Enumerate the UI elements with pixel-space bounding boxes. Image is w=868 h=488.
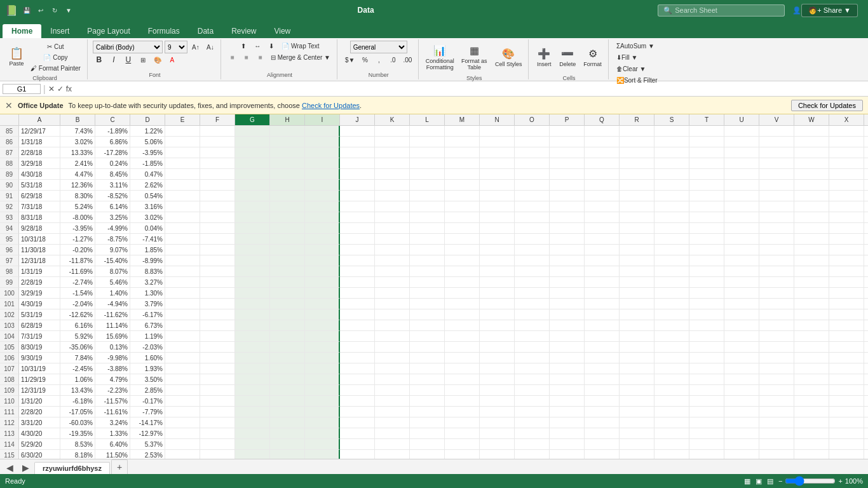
grid-cell[interactable] <box>585 428 620 439</box>
grid-cell[interactable] <box>724 147 759 158</box>
grid-cell[interactable] <box>550 331 585 342</box>
grid-cell[interactable] <box>165 126 200 137</box>
grid-cell[interactable] <box>829 255 864 266</box>
grid-cell[interactable] <box>480 407 515 417</box>
increase-font-button[interactable]: A↑ <box>189 42 202 52</box>
grid-cell[interactable]: 6.73% <box>130 320 165 331</box>
grid-cell[interactable] <box>200 277 235 288</box>
col-header-g[interactable]: G <box>235 114 270 125</box>
grid-cell[interactable] <box>515 180 550 191</box>
grid-cell[interactable]: 6.16% <box>60 320 95 331</box>
grid-cell[interactable] <box>200 223 235 234</box>
grid-cell[interactable] <box>340 428 375 439</box>
grid-cell[interactable] <box>724 223 759 234</box>
grid-cell[interactable] <box>270 245 305 255</box>
grid-cell[interactable] <box>340 277 375 288</box>
grid-cell[interactable] <box>375 396 410 407</box>
grid-cell[interactable] <box>270 417 305 428</box>
grid-cell[interactable] <box>340 191 375 201</box>
grid-cell[interactable]: -11.62% <box>95 309 130 320</box>
grid-cell[interactable] <box>515 309 550 320</box>
grid-cell[interactable] <box>620 353 654 363</box>
grid-cell[interactable]: 3.02% <box>60 137 95 147</box>
grid-cell[interactable] <box>235 331 270 342</box>
grid-cell[interactable] <box>305 417 340 428</box>
grid-cell[interactable] <box>270 191 305 201</box>
grid-cell[interactable] <box>724 363 759 374</box>
grid-cell[interactable] <box>829 331 864 342</box>
grid-cell[interactable] <box>410 439 445 450</box>
grid-cell[interactable] <box>620 277 654 288</box>
grid-cell[interactable] <box>515 363 550 374</box>
grid-cell[interactable] <box>445 180 480 191</box>
grid-cell[interactable]: 6.86% <box>95 137 130 147</box>
col-header-b[interactable]: B <box>60 114 95 125</box>
grid-cell[interactable] <box>305 342 340 353</box>
user-button[interactable]: 👤 <box>792 6 801 15</box>
grid-cell[interactable] <box>550 201 585 212</box>
grid-cell[interactable] <box>515 201 550 212</box>
tab-view[interactable]: View <box>265 24 299 38</box>
grid-cell[interactable] <box>864 396 868 407</box>
cell-reference-input[interactable] <box>3 84 41 94</box>
grid-cell[interactable] <box>200 137 235 147</box>
grid-cell[interactable] <box>794 374 829 385</box>
grid-cell[interactable]: 13.33% <box>60 147 95 158</box>
grid-cell[interactable] <box>620 158 654 169</box>
grid-cell[interactable] <box>724 245 759 255</box>
grid-cell[interactable] <box>410 288 445 299</box>
grid-cell[interactable] <box>200 417 235 428</box>
grid-cell[interactable] <box>759 417 794 428</box>
grid-cell[interactable]: 1.85% <box>130 245 165 255</box>
grid-cell[interactable] <box>829 212 864 223</box>
grid-cell[interactable] <box>654 147 689 158</box>
grid-cell[interactable]: 13.43% <box>60 385 95 396</box>
grid-cell[interactable] <box>375 126 410 137</box>
grid-cell[interactable] <box>200 320 235 331</box>
grid-cell[interactable] <box>689 147 724 158</box>
grid-cell[interactable] <box>235 363 270 374</box>
grid-cell[interactable]: -6.17% <box>130 309 165 320</box>
italic-button[interactable]: I <box>107 55 120 65</box>
grid-cell[interactable] <box>340 158 375 169</box>
grid-cell[interactable] <box>445 191 480 201</box>
grid-cell[interactable] <box>340 126 375 137</box>
grid-cell[interactable] <box>480 396 515 407</box>
grid-cell[interactable] <box>445 212 480 223</box>
align-left-button[interactable]: ≡ <box>226 52 239 62</box>
grid-cell[interactable] <box>480 212 515 223</box>
grid-cell[interactable] <box>445 169 480 180</box>
grid-cell[interactable] <box>480 180 515 191</box>
grid-cell[interactable] <box>759 277 794 288</box>
grid-cell[interactable] <box>200 191 235 201</box>
grid-cell[interactable] <box>480 309 515 320</box>
grid-cell[interactable] <box>759 363 794 374</box>
col-header-p[interactable]: P <box>550 114 585 125</box>
grid-cell[interactable] <box>235 450 270 459</box>
grid-cell[interactable]: -4.94% <box>95 299 130 309</box>
grid-cell[interactable] <box>794 169 829 180</box>
grid-cell[interactable] <box>410 126 445 137</box>
grid-cell[interactable] <box>165 417 200 428</box>
grid-cell[interactable] <box>375 169 410 180</box>
grid-cell[interactable] <box>480 126 515 137</box>
grid-cell[interactable] <box>794 245 829 255</box>
grid-cell[interactable] <box>410 245 445 255</box>
grid-cell[interactable] <box>305 147 340 158</box>
grid-cell[interactable] <box>165 266 200 277</box>
grid-cell[interactable] <box>515 245 550 255</box>
insert-button[interactable]: ➕ Insert <box>534 41 554 74</box>
grid-cell[interactable]: -3.88% <box>95 363 130 374</box>
grid-cell[interactable] <box>585 342 620 353</box>
grid-cell[interactable] <box>340 212 375 223</box>
grid-cell[interactable] <box>620 363 654 374</box>
grid-cell[interactable] <box>270 212 305 223</box>
grid-cell[interactable] <box>550 234 585 245</box>
grid-cell[interactable] <box>654 450 689 459</box>
grid-cell[interactable] <box>445 385 480 396</box>
grid-cell[interactable] <box>585 353 620 363</box>
col-header-t[interactable]: T <box>689 114 724 125</box>
grid-cell[interactable] <box>794 234 829 245</box>
grid-cell[interactable] <box>689 126 724 137</box>
grid-cell[interactable] <box>200 234 235 245</box>
